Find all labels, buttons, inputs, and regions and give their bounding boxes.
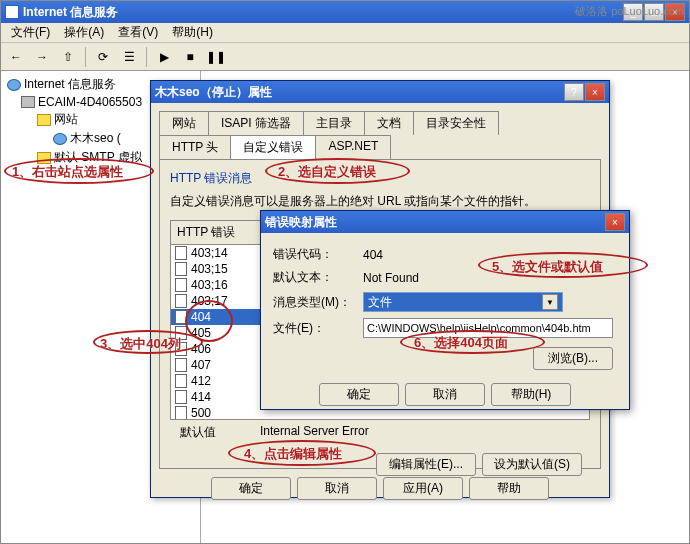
props-titlebar: 木木seo（停止）属性 ? × <box>151 81 609 103</box>
server-icon <box>21 96 35 108</box>
set-default-button[interactable]: 设为默认值(S) <box>482 453 582 476</box>
label-default-text: 默认文本： <box>273 269 363 286</box>
doc-icon <box>175 262 187 276</box>
default-label: 默认值 <box>170 424 260 441</box>
back-button[interactable]: ← <box>5 46 27 68</box>
tab-dirsec[interactable]: 目录安全性 <box>413 111 499 135</box>
annotation-3: 3、选中404列 <box>100 335 181 353</box>
map-close-button[interactable]: × <box>605 213 625 231</box>
play-button[interactable]: ▶ <box>153 46 175 68</box>
chevron-down-icon: ▼ <box>542 294 558 310</box>
default-value: Internal Server Error <box>260 424 369 441</box>
annotation-5: 5、选文件或默认值 <box>492 258 603 276</box>
main-title: Internet 信息服务 <box>23 4 623 21</box>
tab-isapi[interactable]: ISAPI 筛选器 <box>208 111 304 135</box>
props-button[interactable]: ☰ <box>118 46 140 68</box>
menubar: 文件(F) 操作(A) 查看(V) 帮助(H) <box>1 23 689 43</box>
doc-icon <box>175 390 187 404</box>
menu-view[interactable]: 查看(V) <box>112 22 164 43</box>
section-title: HTTP 错误消息 <box>170 170 590 187</box>
toolbar: ← → ⇧ ⟳ ☰ ▶ ■ ❚❚ <box>1 43 689 71</box>
menu-file[interactable]: 文件(F) <box>5 22 56 43</box>
props-help-button[interactable]: ? <box>564 83 584 101</box>
map-help-button[interactable]: 帮助(H) <box>491 383 571 406</box>
map-title: 错误映射属性 <box>265 214 605 231</box>
edit-props-button[interactable]: 编辑属性(E)... <box>376 453 476 476</box>
watermark: 破洛洛 poLuoLuo.com <box>575 4 684 19</box>
tab-aspnet[interactable]: ASP.NET <box>315 135 391 159</box>
stop-button[interactable]: ■ <box>179 46 201 68</box>
refresh-button[interactable]: ⟳ <box>92 46 114 68</box>
section-desc: 自定义错误消息可以是服务器上的绝对 URL 或指向某个文件的指针。 <box>170 193 590 210</box>
label-error-code: 错误代码： <box>273 246 363 263</box>
site-icon <box>53 133 67 145</box>
annotation-1: 1、右击站点选属性 <box>12 163 123 181</box>
annotation-4: 4、点击编辑属性 <box>244 445 342 463</box>
doc-icon <box>175 278 187 292</box>
doc-icon <box>175 374 187 388</box>
folder-icon <box>37 114 51 126</box>
tabs-row2: HTTP 头 自定义错误 ASP.NET <box>151 135 609 159</box>
annotation-2: 2、选自定义错误 <box>278 163 376 181</box>
menu-help[interactable]: 帮助(H) <box>166 22 219 43</box>
doc-icon <box>175 358 187 372</box>
doc-icon <box>175 310 187 324</box>
app-icon <box>5 5 19 19</box>
msg-type-dropdown[interactable]: 文件 ▼ <box>363 292 563 312</box>
doc-icon <box>175 246 187 260</box>
tab-website[interactable]: 网站 <box>159 111 209 135</box>
smtp-icon <box>37 152 51 164</box>
error-mapping-dialog: 错误映射属性 × 错误代码： 404 默认文本： Not Found 消息类型(… <box>260 210 630 410</box>
menu-action[interactable]: 操作(A) <box>58 22 110 43</box>
doc-icon <box>175 406 187 420</box>
up-button[interactable]: ⇧ <box>57 46 79 68</box>
tab-docs[interactable]: 文档 <box>364 111 414 135</box>
map-ok-button[interactable]: 确定 <box>319 383 399 406</box>
tab-http[interactable]: HTTP 头 <box>159 135 231 159</box>
globe-icon <box>7 79 21 91</box>
props-title: 木木seo（停止）属性 <box>155 84 564 101</box>
label-file: 文件(E)： <box>273 320 363 337</box>
tabs-row1: 网站 ISAPI 筛选器 主目录 文档 目录安全性 <box>151 103 609 135</box>
tab-custom-errors[interactable]: 自定义错误 <box>230 135 316 159</box>
tab-homedir[interactable]: 主目录 <box>303 111 365 135</box>
pause-button[interactable]: ❚❚ <box>205 46 227 68</box>
doc-icon <box>175 294 187 308</box>
map-cancel-button[interactable]: 取消 <box>405 383 485 406</box>
map-titlebar: 错误映射属性 × <box>261 211 629 233</box>
props-close-button[interactable]: × <box>585 83 605 101</box>
browse-button[interactable]: 浏览(B)... <box>533 347 613 370</box>
forward-button[interactable]: → <box>31 46 53 68</box>
label-msg-type: 消息类型(M)： <box>273 294 363 311</box>
annotation-6: 6、选择404页面 <box>414 334 508 352</box>
